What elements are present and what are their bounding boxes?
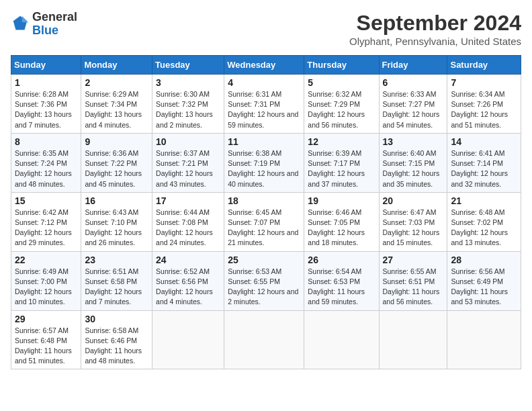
sunrise-text: Sunrise: 6:49 AM [15,267,77,277]
daylight-text: Daylight: 12 hours and 56 minutes. [308,109,375,130]
weekday-header-wednesday: Wednesday [224,56,304,75]
day-number: 8 [15,136,77,147]
sunset-text: Sunset: 6:51 PM [383,277,444,287]
daylight-text: Daylight: 13 hours and 4 minutes. [85,109,148,130]
sunset-text: Sunset: 7:05 PM [308,218,375,228]
day-number: 4 [228,77,300,88]
daylight-text: Daylight: 11 hours and 56 minutes. [383,287,444,307]
daylight-text: Daylight: 12 hours and 32 minutes. [451,169,517,189]
day-number: 3 [156,77,220,88]
weekday-header-friday: Friday [379,56,447,75]
cell-info: Sunrise: 6:48 AM Sunset: 7:02 PM Dayligh… [451,208,517,248]
daylight-text: Daylight: 12 hours and 13 minutes. [451,228,517,248]
daylight-text: Daylight: 12 hours and 15 minutes. [383,228,444,248]
calendar-cell: 26 Sunrise: 6:54 AM Sunset: 6:53 PM Dayl… [304,251,379,310]
calendar-cell: 24 Sunrise: 6:52 AM Sunset: 6:56 PM Dayl… [152,251,224,310]
cell-info: Sunrise: 6:34 AM Sunset: 7:26 PM Dayligh… [451,89,517,130]
daylight-text: Daylight: 12 hours and 37 minutes. [308,169,375,189]
sunset-text: Sunset: 6:55 PM [228,277,300,287]
sunset-text: Sunset: 7:02 PM [451,218,517,228]
cell-info: Sunrise: 6:28 AM Sunset: 7:36 PM Dayligh… [15,89,77,130]
weekday-header-sunday: Sunday [11,56,81,75]
sunrise-text: Sunrise: 6:55 AM [383,267,444,277]
calendar-cell: 15 Sunrise: 6:42 AM Sunset: 7:12 PM Dayl… [11,192,81,251]
day-number: 25 [228,255,300,265]
cell-info: Sunrise: 6:42 AM Sunset: 7:12 PM Dayligh… [15,208,77,248]
cell-info: Sunrise: 6:49 AM Sunset: 7:00 PM Dayligh… [15,267,77,308]
daylight-text: Daylight: 12 hours and 59 minutes. [228,109,300,130]
cell-info: Sunrise: 6:35 AM Sunset: 7:24 PM Dayligh… [15,148,77,189]
calendar-cell: 29 Sunrise: 6:57 AM Sunset: 6:48 PM Dayl… [11,310,81,369]
day-number: 22 [15,255,77,265]
sunrise-text: Sunrise: 6:35 AM [15,148,77,158]
calendar-cell: 9 Sunrise: 6:36 AM Sunset: 7:22 PM Dayli… [81,133,152,192]
daylight-text: Daylight: 12 hours and 54 minutes. [383,109,444,130]
sunset-text: Sunset: 7:08 PM [156,218,220,228]
logo-line2: Blue [32,24,77,38]
calendar-cell: 14 Sunrise: 6:41 AM Sunset: 7:14 PM Dayl… [447,133,521,192]
cell-info: Sunrise: 6:44 AM Sunset: 7:08 PM Dayligh… [156,208,220,248]
day-number: 15 [15,195,77,206]
calendar-cell: 30 Sunrise: 6:58 AM Sunset: 6:46 PM Dayl… [81,310,152,369]
month-title: September 2024 [349,11,521,36]
day-number: 30 [85,314,148,324]
calendar-cell [152,310,224,369]
title-block: September 2024 Olyphant, Pennsylvania, U… [349,11,521,47]
calendar-cell: 4 Sunrise: 6:31 AM Sunset: 7:31 PM Dayli… [224,75,304,134]
calendar-cell: 22 Sunrise: 6:49 AM Sunset: 7:00 PM Dayl… [11,251,81,310]
calendar-cell: 12 Sunrise: 6:39 AM Sunset: 7:17 PM Dayl… [304,133,379,192]
day-number: 6 [383,77,444,88]
calendar-cell: 10 Sunrise: 6:37 AM Sunset: 7:21 PM Dayl… [152,133,224,192]
cell-info: Sunrise: 6:58 AM Sunset: 6:46 PM Dayligh… [85,326,148,367]
day-number: 7 [451,77,517,88]
sunset-text: Sunset: 7:29 PM [308,99,375,109]
calendar-cell [304,310,379,369]
cell-info: Sunrise: 6:57 AM Sunset: 6:48 PM Dayligh… [15,326,77,367]
sunrise-text: Sunrise: 6:28 AM [15,89,77,99]
sunset-text: Sunset: 7:17 PM [308,158,375,169]
calendar-cell: 21 Sunrise: 6:48 AM Sunset: 7:02 PM Dayl… [447,192,521,251]
day-number: 2 [85,77,148,88]
day-number: 28 [451,255,517,265]
sunset-text: Sunset: 7:12 PM [15,218,77,228]
weekday-header-monday: Monday [81,56,152,75]
daylight-text: Daylight: 12 hours and 45 minutes. [85,169,148,189]
daylight-text: Daylight: 11 hours and 59 minutes. [308,287,375,307]
cell-info: Sunrise: 6:32 AM Sunset: 7:29 PM Dayligh… [308,89,375,130]
sunset-text: Sunset: 6:56 PM [156,277,220,287]
daylight-text: Daylight: 12 hours and 7 minutes. [85,287,148,307]
calendar-cell: 16 Sunrise: 6:43 AM Sunset: 7:10 PM Dayl… [81,192,152,251]
sunset-text: Sunset: 7:22 PM [85,158,148,169]
sunrise-text: Sunrise: 6:51 AM [85,267,148,277]
sunrise-text: Sunrise: 6:34 AM [451,89,517,99]
sunset-text: Sunset: 7:32 PM [156,99,220,109]
day-number: 10 [156,136,220,147]
calendar-cell: 2 Sunrise: 6:29 AM Sunset: 7:34 PM Dayli… [81,75,152,134]
sunrise-text: Sunrise: 6:41 AM [451,148,517,158]
calendar-week-row: 1 Sunrise: 6:28 AM Sunset: 7:36 PM Dayli… [11,75,521,134]
day-number: 18 [228,195,300,206]
day-number: 11 [228,136,300,147]
cell-info: Sunrise: 6:30 AM Sunset: 7:32 PM Dayligh… [156,89,220,130]
daylight-text: Daylight: 12 hours and 10 minutes. [15,287,77,307]
daylight-text: Daylight: 11 hours and 51 minutes. [15,346,77,366]
calendar-cell [379,310,447,369]
calendar-cell [447,310,521,369]
cell-info: Sunrise: 6:43 AM Sunset: 7:10 PM Dayligh… [85,208,148,248]
daylight-text: Daylight: 12 hours and 2 minutes. [228,287,300,307]
day-number: 12 [308,136,375,147]
daylight-text: Daylight: 12 hours and 24 minutes. [156,228,220,248]
sunset-text: Sunset: 7:27 PM [383,99,444,109]
svg-marker-0 [13,16,28,30]
sunrise-text: Sunrise: 6:57 AM [15,326,77,336]
daylight-text: Daylight: 12 hours and 35 minutes. [383,169,444,189]
sunset-text: Sunset: 7:19 PM [228,158,300,169]
sunrise-text: Sunrise: 6:52 AM [156,267,220,277]
day-number: 9 [85,136,148,147]
sunset-text: Sunset: 7:21 PM [156,158,220,169]
calendar-cell: 17 Sunrise: 6:44 AM Sunset: 7:08 PM Dayl… [152,192,224,251]
sunset-text: Sunset: 7:24 PM [15,158,77,169]
sunrise-text: Sunrise: 6:32 AM [308,89,375,99]
calendar-cell: 1 Sunrise: 6:28 AM Sunset: 7:36 PM Dayli… [11,75,81,134]
calendar-cell: 23 Sunrise: 6:51 AM Sunset: 6:58 PM Dayl… [81,251,152,310]
